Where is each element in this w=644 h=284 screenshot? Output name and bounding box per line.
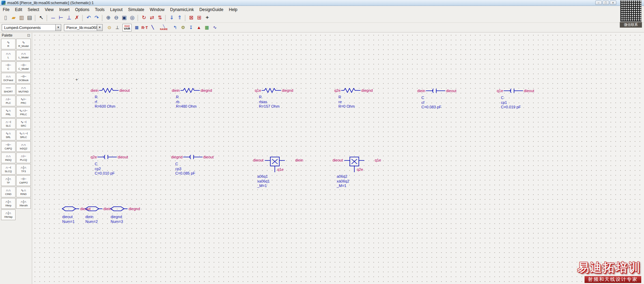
- component-properties-icon[interactable]: ⊙: [105, 23, 113, 31]
- palette-item-src[interactable]: ∿⊣ SRC: [16, 118, 31, 129]
- close-button[interactable]: ×: [610, 1, 616, 5]
- print-icon[interactable]: ▤: [26, 14, 34, 22]
- menu-item[interactable]: DynamicLink: [167, 7, 197, 13]
- menu-item[interactable]: Insert: [56, 7, 72, 13]
- separator[interactable]: │: [164, 14, 168, 22]
- menu-item[interactable]: Simulate: [125, 7, 147, 13]
- component-library-dropdown[interactable]: Pierce_lib:msa0686 ▼: [64, 24, 103, 31]
- palette-item-capp2[interactable]: ⊣⊢ CAPP2: [16, 175, 31, 186]
- menu-item[interactable]: DesignGuide: [197, 7, 226, 13]
- mirror-x-icon[interactable]: ⇄: [148, 14, 156, 22]
- delete-item-icon[interactable]: ✗: [73, 14, 81, 22]
- chevron-down-icon[interactable]: ▼: [97, 25, 102, 31]
- antenna-icon[interactable]: ▲: [195, 23, 203, 31]
- menu-item[interactable]: Layout: [108, 7, 125, 13]
- menu-item[interactable]: Edit: [12, 7, 25, 13]
- palette-item-xfertap[interactable]: ∩|∩ Xfertap: [1, 209, 16, 220]
- palette-item-c[interactable]: ⊣⊢ C: [1, 61, 16, 72]
- display-plot-icon[interactable]: ∿: [211, 23, 219, 31]
- new-design-icon[interactable]: ▯: [2, 14, 10, 22]
- menu-item[interactable]: Help: [226, 7, 240, 13]
- palette-item-prl[interactable]: ∿∩ PRL: [1, 107, 16, 118]
- chevron-down-icon[interactable]: ▼: [55, 25, 61, 31]
- palette-float-icon[interactable]: ⊡: [27, 33, 30, 37]
- resistor-re[interactable]: q2e diegnd R re R=0 Ohm: [334, 88, 373, 109]
- resistor-rb[interactable]: diein diegnd R rb R=480 Ohm: [171, 88, 213, 109]
- pop-out-of-hierarchy-icon[interactable]: ⇑: [176, 14, 184, 22]
- palette-item-rind[interactable]: ∿∩ RIND: [16, 187, 31, 197]
- palette-item-srl[interactable]: ∿∩ SRL: [1, 130, 16, 140]
- palette-item-prc[interactable]: ∿⊢ PRC: [16, 96, 31, 106]
- open-design-icon[interactable]: ▰: [10, 14, 18, 22]
- palette-item-l[interactable]: ∩∩ L: [1, 50, 16, 61]
- maximize-button[interactable]: □: [603, 1, 609, 5]
- capacitor-cp1[interactable]: q1e dieout C cp1 C=0.019 pF: [496, 88, 535, 110]
- palette-group-dropdown[interactable]: Lumped-Components ▼: [2, 24, 61, 31]
- palette-item-srlc[interactable]: ∿∩⊣ SRLC: [16, 130, 31, 140]
- insert-var-icon[interactable]: 0110 VAR: [122, 24, 132, 31]
- separator[interactable]: │: [34, 14, 37, 22]
- palette-item-prlc[interactable]: ∿∩⊢ PRLC: [16, 107, 31, 118]
- undo-icon[interactable]: ↶: [85, 14, 93, 22]
- palette-item-capq[interactable]: ⊣⊢ CAPQ: [1, 141, 16, 152]
- palette-item-indq[interactable]: ∩∩ INDQ: [1, 153, 16, 163]
- capacitor-cp2[interactable]: q2e dieout C cp2 C=0.010 pF: [90, 154, 129, 176]
- separator[interactable]: │: [81, 14, 85, 22]
- resistor-rf[interactable]: diein dieout R rf R=600 Ohm: [90, 88, 130, 109]
- draw-wire-icon[interactable]: ╲: [149, 23, 157, 31]
- palette-item-cind[interactable]: ∩∩ CIND: [1, 187, 16, 197]
- mirror-y-icon[interactable]: ⇅: [156, 14, 164, 22]
- palette-item-xferp[interactable]: ∩|∩ Xferp: [1, 198, 16, 209]
- palette-item-slc[interactable]: ∩⊣ SLC: [1, 118, 16, 129]
- options-gear-icon[interactable]: ⚙: [179, 23, 187, 31]
- palette-item-r-model[interactable]: ∿ R_Model: [16, 39, 31, 49]
- push-into-hierarchy-icon[interactable]: ⇓: [168, 14, 176, 22]
- separator[interactable]: │: [184, 14, 187, 22]
- minimize-button[interactable]: –: [595, 1, 602, 5]
- separator[interactable]: │: [136, 14, 140, 22]
- zoom-full-icon[interactable]: ◎: [128, 14, 136, 22]
- menu-item[interactable]: Tools: [92, 7, 108, 13]
- rotate-item-icon[interactable]: ↻: [140, 14, 148, 22]
- zoom-out-icon[interactable]: ⊖: [112, 14, 120, 22]
- palette-item-plc[interactable]: ∩⊢ PLC: [1, 96, 16, 106]
- palette-item-dcblock[interactable]: ⊣⊢ DCBlock: [16, 73, 31, 84]
- restore-component-icon[interactable]: ⊞: [195, 14, 203, 22]
- tune-parameters-icon[interactable]: ✦: [203, 14, 211, 22]
- zoom-area-icon[interactable]: ▣: [120, 14, 128, 22]
- palette-item-plcq[interactable]: ∩⊢ PLCQ: [16, 153, 31, 163]
- insert-pin-icon[interactable]: ⊢: [57, 14, 65, 22]
- zoom-in-icon[interactable]: ⊕: [104, 14, 112, 22]
- menu-item[interactable]: File: [0, 7, 12, 13]
- insert-wire-icon[interactable]: ─: [49, 14, 57, 22]
- menu-item[interactable]: View: [42, 7, 56, 13]
- palette-item-short[interactable]: ── SHORT: [1, 84, 16, 95]
- menu-item[interactable]: Select: [25, 7, 42, 13]
- separator[interactable]: │: [101, 14, 104, 22]
- schematic-canvas[interactable]: + diein dieout R rf R=600 Ohm diein dieg…: [32, 33, 644, 284]
- library-browser-icon[interactable]: ▥: [133, 23, 141, 31]
- resistor-rbias[interactable]: q1e diegnd R rbias R=157 Ohm: [254, 88, 294, 109]
- palette-item-r[interactable]: ∿ R: [1, 39, 16, 49]
- redo-icon[interactable]: ↷: [93, 14, 101, 22]
- palette-item-l-model[interactable]: ∩∩ L_Model: [16, 50, 31, 61]
- hierarchy-return-icon[interactable]: ↰: [171, 23, 179, 31]
- palette-item-indq2[interactable]: ∩∩ InDQ2: [16, 141, 31, 152]
- palette-item-tf[interactable]: ∩|∩ TF: [1, 175, 16, 186]
- transistor-a06q1[interactable]: dieout diein q1e a06q1 xa06q1 _M=1: [253, 156, 319, 194]
- deactivate-component-icon[interactable]: ⊠: [187, 14, 195, 22]
- palette-item-mutind[interactable]: ∩∩ MUTIND: [16, 84, 31, 95]
- insert-gnd-icon[interactable]: ⊥: [113, 23, 121, 31]
- palette-item-slcq[interactable]: ∩⊣ SLCQ: [1, 164, 16, 175]
- palette-item-xferuth[interactable]: ∩|∩ Xferuth: [16, 198, 31, 209]
- menu-item[interactable]: Options: [72, 7, 92, 13]
- separator[interactable]: │: [45, 14, 49, 22]
- insert-probe-icon[interactable]: ↧: [187, 23, 195, 31]
- simulation-setup-icon[interactable]: R·T: [141, 23, 149, 31]
- menu-item[interactable]: Window: [147, 7, 167, 13]
- port-diegnd[interactable]: diegnd diegnd Num=3: [110, 206, 141, 224]
- capacitor-cp3[interactable]: diegnd dieout C cp3 C=0.085 pF: [170, 154, 214, 176]
- save-design-icon[interactable]: ▥: [18, 14, 26, 22]
- capacitor-cf[interactable]: diein dieout C cf C=0.083 pF: [417, 88, 457, 110]
- palette-item-c-model[interactable]: ⊣⊢ C_Model: [16, 61, 31, 72]
